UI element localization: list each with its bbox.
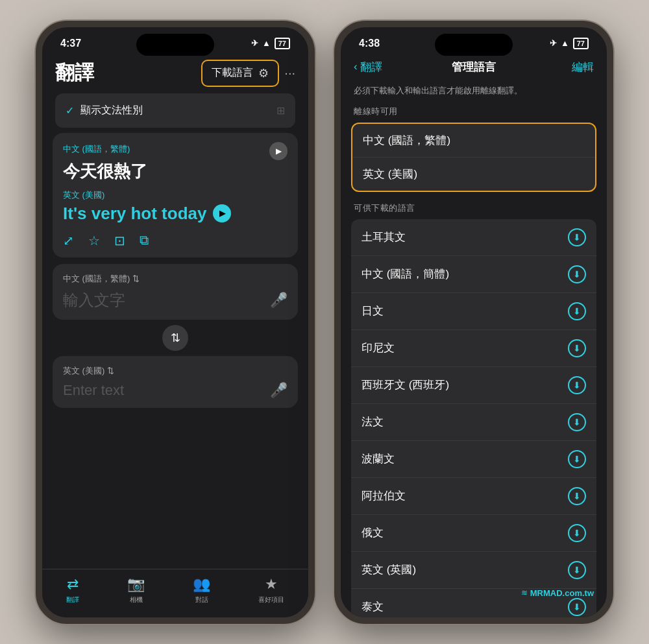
nav-bar: ‹ 翻譯 管理語言 編輯 [341, 54, 607, 81]
download-icon[interactable]: ⬇ [568, 376, 586, 394]
offline-lang-2: 英文 (美國) [363, 167, 417, 182]
description-text: 必須下載輸入和輸出語言才能啟用離線翻譯。 [341, 81, 607, 106]
download-icon[interactable]: ⬇ [568, 228, 586, 246]
tab-translate[interactable]: ⇄ 翻譯 [66, 576, 79, 604]
input-lang-label: 中文 (國語，繁體) ⇅ [63, 273, 288, 285]
list-item[interactable]: 印尼文 ⬇ [351, 330, 596, 367]
download-icon[interactable]: ⬇ [568, 561, 586, 579]
translation-result-card: 中文 (國語，繁體) ▶ 今天很熱了 英文 (美國) It's very hot… [53, 133, 298, 257]
offline-lang-list: 中文 (國語，繁體) 英文 (美國) [351, 123, 596, 192]
sort-icon-2: ⇅ [107, 366, 114, 376]
conversation-tab-icon: 👥 [193, 576, 210, 593]
input-placeholder: 輸入文字 [63, 290, 125, 311]
output-section: 英文 (美國) ⇅ Enter text 🎤 [53, 356, 298, 408]
sort-icon: ⇅ [132, 274, 140, 283]
translate-header: 翻譯 下載語言 ⚙ ··· [42, 54, 308, 91]
offline-lang-1: 中文 (國語，繁體) [363, 133, 450, 148]
dropdown-item[interactable]: ✓ 顯示文法性別 ⊞ [55, 96, 295, 125]
list-item[interactable]: 英文 (美國) [352, 158, 595, 191]
phone-2: 4:38 ✈ ▲ 77 ‹ 翻譯 管理語言 編輯 必須下載輸入和輸出語言才能啟用… [334, 21, 613, 624]
mic-icon-input[interactable]: 🎤 [270, 292, 288, 309]
dropdown-menu: ✓ 顯示文法性別 ⊞ [55, 93, 295, 128]
target-play-btn[interactable]: ▶ [213, 204, 231, 222]
list-item[interactable]: 法文 ⬇ [351, 404, 596, 441]
list-item[interactable]: 西班牙文 (西班牙) ⬇ [351, 367, 596, 404]
input-section: 中文 (國語，繁體) ⇅ 輸入文字 🎤 [53, 264, 298, 320]
list-item[interactable]: 俄文 ⬇ [351, 515, 596, 552]
list-item[interactable]: 阿拉伯文 ⬇ [351, 478, 596, 515]
phone-1: 4:37 ✈ ▲ 77 翻譯 下載語言 ⚙ ··· ✓ 顯示文法性別 ⊞ 中文 … [36, 21, 315, 624]
battery-icon: 77 [275, 38, 290, 49]
swap-container: ⇅ [42, 325, 308, 351]
time-2: 4:38 [359, 38, 380, 49]
list-item[interactable]: 中文 (國語，繁體) [352, 124, 595, 158]
download-icon[interactable]: ⬇ [568, 413, 586, 431]
dynamic-island-2 [435, 34, 513, 56]
download-icon[interactable]: ⬇ [568, 265, 586, 283]
target-lang-label: 英文 (美國) [63, 189, 288, 201]
chevron-left-icon: ‹ [354, 60, 358, 73]
tab-bar: ⇄ 翻譯 📷 相機 👥 對話 ★ 喜好項目 [42, 569, 308, 617]
airplane-icon-2: ✈ [550, 38, 557, 48]
status-icons-1: ✈ ▲ 77 [251, 38, 290, 49]
photo-icon: ⊞ [276, 104, 285, 117]
dropdown-item-label: 顯示文法性別 [80, 104, 143, 117]
more-icon[interactable]: ··· [284, 66, 295, 80]
check-icon: ✓ [66, 104, 74, 117]
source-text: 今天很熱了 [63, 160, 288, 183]
list-item[interactable]: 日文 ⬇ [351, 293, 596, 330]
mic-icon-output[interactable]: 🎤 [270, 382, 288, 399]
translate-tab-icon: ⇄ [67, 576, 79, 593]
output-lang-label: 英文 (美國) ⇅ [63, 365, 288, 377]
list-item[interactable]: 中文 (國語，簡體) ⬇ [351, 256, 596, 293]
dynamic-island-1 [136, 34, 214, 56]
tab-camera-label: 相機 [130, 595, 143, 604]
wifi-icon-2: ▲ [561, 38, 569, 48]
nav-edit-btn[interactable]: 編輯 [572, 60, 594, 75]
action-icons: ⤢ ☆ ⊡ ⧉ [63, 233, 288, 248]
wifi-icon: ▲ [262, 38, 271, 48]
download-icon[interactable]: ⬇ [568, 450, 586, 468]
tab-conversation[interactable]: 👥 對話 [193, 576, 210, 604]
gear-icon: ⚙ [258, 66, 269, 80]
expand-icon[interactable]: ⤢ [63, 233, 74, 248]
time-1: 4:37 [60, 38, 81, 49]
list-item[interactable]: 英文 (英國) ⬇ [351, 552, 596, 589]
download-icon[interactable]: ⬇ [568, 339, 586, 357]
watermark-text: MRMAD.com.tw [530, 588, 594, 598]
watermark-symbol: ≋ [521, 588, 528, 597]
download-icon[interactable]: ⬇ [568, 487, 586, 505]
tab-favorites[interactable]: ★ 喜好項目 [258, 576, 284, 604]
offline-section-header: 離線時可用 [341, 106, 607, 123]
source-play-btn[interactable]: ▶ [269, 142, 288, 160]
translate-title: 翻譯 [55, 60, 94, 86]
list-item[interactable]: 土耳其文 ⬇ [351, 219, 596, 256]
share-icon[interactable]: ⧉ [140, 233, 149, 248]
download-lang-btn[interactable]: 下載語言 ⚙ [201, 60, 279, 87]
battery-icon-2: 77 [573, 38, 589, 49]
star-icon[interactable]: ☆ [88, 233, 100, 248]
download-lang-label: 下載語言 [212, 66, 253, 80]
downloadable-lang-list: 土耳其文 ⬇ 中文 (國語，簡體) ⬇ 日文 ⬇ 印尼文 ⬇ 西班牙文 (西班牙… [351, 219, 596, 624]
download-icon[interactable]: ⬇ [568, 302, 586, 320]
status-icons-2: ✈ ▲ 77 [550, 38, 589, 49]
tab-conversation-label: 對話 [195, 595, 208, 604]
translated-text: It's very hot today ▶ [63, 204, 288, 224]
output-placeholder: Enter text [63, 382, 124, 399]
nav-back-btn[interactable]: ‹ 翻譯 [354, 60, 382, 75]
swap-btn[interactable]: ⇅ [162, 325, 188, 351]
airplane-icon: ✈ [251, 38, 258, 48]
nav-back-label: 翻譯 [360, 60, 382, 75]
tab-favorites-label: 喜好項目 [258, 595, 284, 604]
tab-camera[interactable]: 📷 相機 [127, 576, 145, 604]
download-icon[interactable]: ⬇ [568, 524, 586, 542]
tab-translate-label: 翻譯 [66, 595, 79, 604]
copy-icon[interactable]: ⊡ [114, 233, 125, 248]
downloadable-section-header: 可供下載的語言 [341, 202, 607, 219]
favorites-tab-icon: ★ [265, 576, 278, 593]
source-lang-label: 中文 (國語，繁體) [63, 143, 130, 155]
list-item[interactable]: 波蘭文 ⬇ [351, 441, 596, 478]
camera-tab-icon: 📷 [127, 576, 145, 593]
download-icon[interactable]: ⬇ [568, 598, 586, 616]
watermark: ≋ MRMAD.com.tw [521, 588, 594, 598]
